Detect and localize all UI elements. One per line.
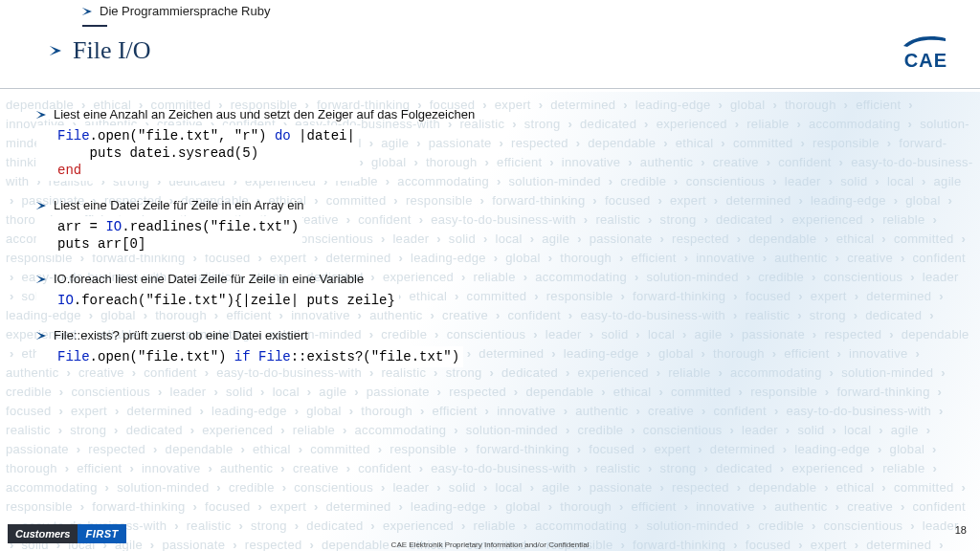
header-rule: [0, 88, 980, 89]
item-label-text: File::exists? prüft zuerst ob eine Datei…: [54, 328, 308, 342]
item-label-row: Liest eine Datei Zeile für Zeile in ein …: [36, 198, 951, 212]
arrow-icon: [50, 46, 61, 55]
code-block: arr = IO.readlines("file.txt") puts arr[…: [36, 216, 302, 254]
code-block: File.open("file.txt", "r") do |datei| pu…: [36, 125, 359, 181]
arrow-icon: [36, 276, 46, 283]
arrow-icon: [36, 111, 46, 119]
arrow-icon: [82, 8, 92, 15]
arrow-icon: [36, 332, 46, 340]
item-label-row: File::exists? prüft zuerst ob eine Datei…: [36, 328, 951, 342]
footer-confidential-note: CAE Elektronik Proprietary Information a…: [0, 540, 980, 549]
breadcrumb: Die Programmiersprache Ruby: [82, 4, 270, 18]
content-item: Liest eine Anzahl an Zeichen aus und set…: [36, 107, 951, 181]
content-item: File::exists? prüft zuerst ob eine Datei…: [36, 328, 951, 367]
item-label-row: IO.foreach liest eine Datei Zeile für Ze…: [36, 272, 951, 286]
item-label-text: Liest eine Anzahl an Zeichen aus und set…: [54, 107, 475, 121]
slide-footer: Customers FIRST CAE Elektronik Proprieta…: [0, 517, 980, 551]
logo-swoosh-icon: [902, 34, 947, 48]
code-block: IO.foreach("file.txt"){|zeile| puts zeil…: [36, 290, 399, 311]
page-title: File I/O: [73, 36, 151, 65]
item-label-text: Liest eine Datei Zeile für Zeile in ein …: [54, 198, 304, 212]
slide: dependable › ethical › committed › respo…: [0, 0, 980, 551]
arrow-icon: [36, 202, 46, 209]
brand-logo: CAE: [902, 34, 947, 72]
logo-text: CAE: [902, 50, 947, 72]
content-item: IO.foreach liest eine Datei Zeile für Ze…: [36, 272, 951, 311]
breadcrumb-text: Die Programmiersprache Ruby: [100, 4, 270, 18]
code-block: File.open("file.txt") if File::exists?("…: [36, 346, 463, 367]
page-number: 18: [955, 524, 967, 536]
content-item: Liest eine Datei Zeile für Zeile in ein …: [36, 198, 951, 254]
title-row: File I/O: [50, 36, 151, 65]
item-label-text: IO.foreach liest eine Datei Zeile für Ze…: [54, 272, 364, 286]
breadcrumb-underline: [82, 25, 107, 27]
content-area: Liest eine Anzahl an Zeichen aus und set…: [36, 107, 951, 385]
slide-header: Die Programmiersprache Ruby File I/O: [0, 0, 980, 92]
item-label-row: Liest eine Anzahl an Zeichen aus und set…: [36, 107, 951, 121]
